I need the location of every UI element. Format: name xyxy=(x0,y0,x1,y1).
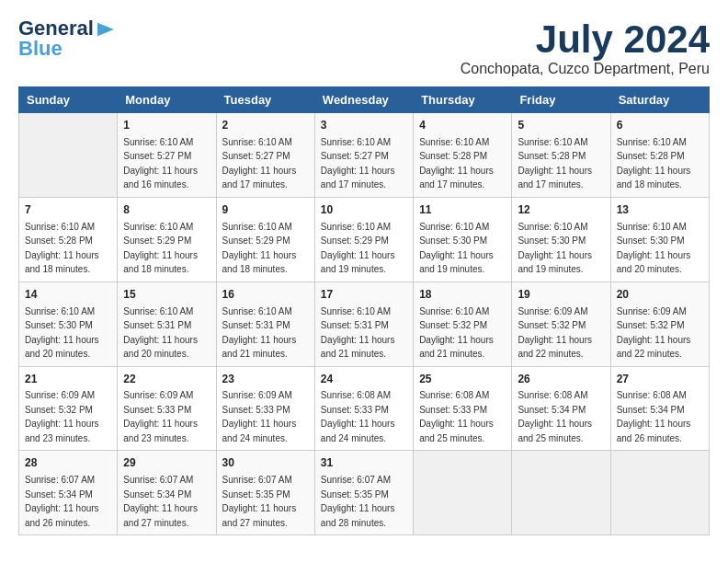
day-info: Sunrise: 6:07 AM Sunset: 5:34 PM Dayligh… xyxy=(123,475,198,528)
table-cell xyxy=(610,451,709,535)
day-number: 16 xyxy=(222,287,309,303)
table-cell: 13Sunrise: 6:10 AM Sunset: 5:30 PM Dayli… xyxy=(610,197,709,282)
week-row-1: 1Sunrise: 6:10 AM Sunset: 5:27 PM Daylig… xyxy=(19,113,710,198)
day-number: 27 xyxy=(617,372,703,387)
day-info: Sunrise: 6:10 AM Sunset: 5:27 PM Dayligh… xyxy=(321,137,395,190)
table-cell: 6Sunrise: 6:10 AM Sunset: 5:28 PM Daylig… xyxy=(610,113,709,198)
day-info: Sunrise: 6:08 AM Sunset: 5:34 PM Dayligh… xyxy=(617,390,691,443)
table-cell: 11Sunrise: 6:10 AM Sunset: 5:30 PM Dayli… xyxy=(414,197,512,282)
day-info: Sunrise: 6:10 AM Sunset: 5:28 PM Dayligh… xyxy=(617,137,691,190)
day-info: Sunrise: 6:10 AM Sunset: 5:30 PM Dayligh… xyxy=(617,222,691,275)
table-cell xyxy=(19,113,118,198)
day-info: Sunrise: 6:10 AM Sunset: 5:30 PM Dayligh… xyxy=(25,306,99,360)
day-info: Sunrise: 6:09 AM Sunset: 5:32 PM Dayligh… xyxy=(518,306,592,360)
day-info: Sunrise: 6:09 AM Sunset: 5:32 PM Dayligh… xyxy=(617,306,691,360)
day-number: 5 xyxy=(518,118,604,133)
day-info: Sunrise: 6:10 AM Sunset: 5:30 PM Dayligh… xyxy=(419,222,494,275)
month-title: July 2024 xyxy=(461,18,710,61)
table-cell: 28Sunrise: 6:07 AM Sunset: 5:34 PM Dayli… xyxy=(19,451,118,535)
day-number: 15 xyxy=(123,287,210,303)
day-number: 4 xyxy=(419,118,506,133)
day-info: Sunrise: 6:10 AM Sunset: 5:29 PM Dayligh… xyxy=(222,222,297,275)
header-sunday: Sunday xyxy=(19,87,118,113)
day-number: 21 xyxy=(25,372,111,387)
table-cell: 5Sunrise: 6:10 AM Sunset: 5:28 PM Daylig… xyxy=(512,113,610,198)
header-thursday: Thursday xyxy=(414,87,512,113)
table-cell: 9Sunrise: 6:10 AM Sunset: 5:29 PM Daylig… xyxy=(216,197,314,282)
day-number: 19 xyxy=(518,287,604,303)
day-info: Sunrise: 6:09 AM Sunset: 5:33 PM Dayligh… xyxy=(222,390,297,443)
table-cell: 17Sunrise: 6:10 AM Sunset: 5:31 PM Dayli… xyxy=(314,282,413,366)
table-cell: 15Sunrise: 6:10 AM Sunset: 5:31 PM Dayli… xyxy=(118,282,216,366)
day-info: Sunrise: 6:08 AM Sunset: 5:34 PM Dayligh… xyxy=(518,390,592,443)
header-tuesday: Tuesday xyxy=(216,87,314,113)
table-cell: 27Sunrise: 6:08 AM Sunset: 5:34 PM Dayli… xyxy=(610,366,709,451)
table-cell: 14Sunrise: 6:10 AM Sunset: 5:30 PM Dayli… xyxy=(19,282,118,366)
table-cell xyxy=(414,451,512,535)
day-number: 7 xyxy=(25,202,111,218)
day-info: Sunrise: 6:09 AM Sunset: 5:33 PM Dayligh… xyxy=(123,390,198,443)
day-number: 9 xyxy=(222,202,309,218)
header-friday: Friday xyxy=(512,87,610,113)
day-number: 20 xyxy=(617,287,703,303)
day-info: Sunrise: 6:10 AM Sunset: 5:32 PM Dayligh… xyxy=(419,306,494,360)
table-cell: 19Sunrise: 6:09 AM Sunset: 5:32 PM Dayli… xyxy=(512,282,610,366)
day-number: 10 xyxy=(321,202,407,218)
table-cell: 8Sunrise: 6:10 AM Sunset: 5:29 PM Daylig… xyxy=(118,197,216,282)
calendar-table: SundayMondayTuesdayWednesdayThursdayFrid… xyxy=(18,86,710,535)
day-number: 18 xyxy=(419,287,506,303)
day-number: 25 xyxy=(419,372,506,387)
table-cell: 1Sunrise: 6:10 AM Sunset: 5:27 PM Daylig… xyxy=(118,113,216,198)
table-cell: 16Sunrise: 6:10 AM Sunset: 5:31 PM Dayli… xyxy=(216,282,314,366)
table-cell: 22Sunrise: 6:09 AM Sunset: 5:33 PM Dayli… xyxy=(118,366,216,451)
day-info: Sunrise: 6:08 AM Sunset: 5:33 PM Dayligh… xyxy=(419,390,494,443)
week-row-3: 14Sunrise: 6:10 AM Sunset: 5:30 PM Dayli… xyxy=(19,282,710,366)
day-number: 1 xyxy=(123,118,210,133)
day-number: 12 xyxy=(518,202,604,218)
day-number: 31 xyxy=(321,455,407,471)
day-number: 17 xyxy=(321,287,407,303)
header-wednesday: Wednesday xyxy=(314,87,413,113)
day-number: 22 xyxy=(123,372,210,387)
day-info: Sunrise: 6:10 AM Sunset: 5:29 PM Dayligh… xyxy=(123,222,198,275)
day-info: Sunrise: 6:09 AM Sunset: 5:32 PM Dayligh… xyxy=(25,390,99,443)
day-info: Sunrise: 6:10 AM Sunset: 5:31 PM Dayligh… xyxy=(321,306,395,360)
header: GeneralBlue July 2024 Conchopata, Cuzco … xyxy=(18,18,710,77)
day-number: 14 xyxy=(25,287,111,303)
day-number: 24 xyxy=(321,372,407,387)
logo-text: GeneralBlue xyxy=(18,18,116,59)
day-info: Sunrise: 6:07 AM Sunset: 5:34 PM Dayligh… xyxy=(25,475,99,528)
svg-marker-0 xyxy=(97,23,114,36)
header-row: SundayMondayTuesdayWednesdayThursdayFrid… xyxy=(19,87,710,113)
day-number: 8 xyxy=(123,202,210,218)
day-info: Sunrise: 6:10 AM Sunset: 5:31 PM Dayligh… xyxy=(123,306,198,360)
day-info: Sunrise: 6:10 AM Sunset: 5:31 PM Dayligh… xyxy=(222,306,297,360)
table-cell: 31Sunrise: 6:07 AM Sunset: 5:35 PM Dayli… xyxy=(314,451,413,535)
day-number: 30 xyxy=(222,455,309,471)
day-number: 2 xyxy=(222,118,309,133)
table-cell: 12Sunrise: 6:10 AM Sunset: 5:30 PM Dayli… xyxy=(512,197,610,282)
logo-blue: Blue xyxy=(18,37,63,60)
day-info: Sunrise: 6:10 AM Sunset: 5:29 PM Dayligh… xyxy=(321,222,395,275)
day-info: Sunrise: 6:10 AM Sunset: 5:30 PM Dayligh… xyxy=(518,222,592,275)
table-cell xyxy=(512,451,610,535)
location-title: Conchopata, Cuzco Department, Peru xyxy=(461,61,710,77)
day-info: Sunrise: 6:10 AM Sunset: 5:27 PM Dayligh… xyxy=(222,137,297,190)
day-number: 13 xyxy=(617,202,703,218)
day-number: 26 xyxy=(518,372,604,387)
logo: GeneralBlue xyxy=(18,18,116,59)
table-cell: 20Sunrise: 6:09 AM Sunset: 5:32 PM Dayli… xyxy=(610,282,709,366)
day-info: Sunrise: 6:07 AM Sunset: 5:35 PM Dayligh… xyxy=(222,475,297,528)
day-info: Sunrise: 6:10 AM Sunset: 5:28 PM Dayligh… xyxy=(518,137,592,190)
day-number: 28 xyxy=(25,455,111,471)
table-cell: 26Sunrise: 6:08 AM Sunset: 5:34 PM Dayli… xyxy=(512,366,610,451)
table-cell: 23Sunrise: 6:09 AM Sunset: 5:33 PM Dayli… xyxy=(216,366,314,451)
table-cell: 18Sunrise: 6:10 AM Sunset: 5:32 PM Dayli… xyxy=(414,282,512,366)
day-number: 3 xyxy=(321,118,407,133)
day-number: 23 xyxy=(222,372,309,387)
day-info: Sunrise: 6:10 AM Sunset: 5:27 PM Dayligh… xyxy=(123,137,198,190)
table-cell: 3Sunrise: 6:10 AM Sunset: 5:27 PM Daylig… xyxy=(314,113,413,198)
day-number: 6 xyxy=(617,118,703,133)
week-row-5: 28Sunrise: 6:07 AM Sunset: 5:34 PM Dayli… xyxy=(19,451,710,535)
table-cell: 2Sunrise: 6:10 AM Sunset: 5:27 PM Daylig… xyxy=(216,113,314,198)
